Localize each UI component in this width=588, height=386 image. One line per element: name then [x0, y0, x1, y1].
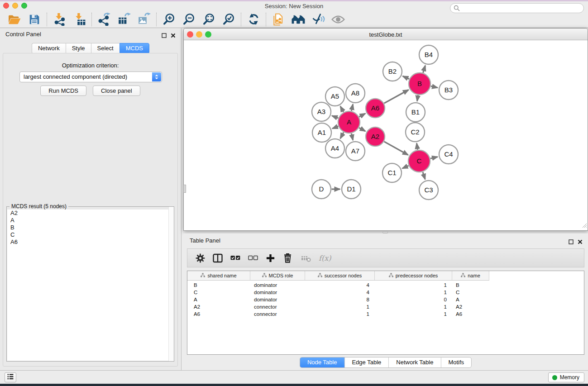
result-list-item[interactable]: A	[7, 217, 173, 224]
tab-node-table[interactable]: Node Table	[300, 357, 344, 367]
column-header-name[interactable]: name	[452, 271, 489, 281]
node-C[interactable]: C	[408, 150, 430, 172]
network-window-titlebar[interactable]: testGlobe.txt	[184, 29, 588, 40]
node-D1[interactable]: D1	[342, 180, 361, 199]
delete-table-icon[interactable]	[301, 251, 311, 265]
node-D[interactable]: D	[312, 180, 331, 199]
tab-network[interactable]: Network	[32, 43, 66, 54]
table-cell[interactable]: dominator	[250, 289, 305, 296]
memory-button[interactable]: Memory	[548, 372, 584, 382]
search-input[interactable]	[450, 3, 584, 13]
table-cell[interactable]: A6	[187, 310, 250, 318]
table-cell[interactable]: connector	[250, 310, 305, 318]
table-row[interactable]: A2connector11A2	[187, 303, 584, 310]
node-A2[interactable]: A2	[366, 127, 385, 146]
criterion-dropdown[interactable]: largest connected component (directed)	[19, 71, 162, 82]
node-A[interactable]: A	[338, 111, 360, 133]
refresh-icon[interactable]	[244, 12, 263, 27]
edge-A-A3[interactable]	[332, 116, 338, 118]
duplicate-network-icon[interactable]	[268, 12, 288, 27]
tab-mcds[interactable]: MCDS	[120, 43, 149, 54]
table-cell[interactable]: A2	[187, 303, 250, 310]
table-row[interactable]: Adominator80A	[187, 296, 584, 303]
node-B4[interactable]: B4	[419, 45, 438, 64]
column-header-MCDS-role[interactable]: MCDS role	[250, 271, 305, 281]
mcds-result-list[interactable]: A2ABCA6	[7, 210, 173, 361]
table-cell[interactable]: 1	[305, 310, 375, 318]
add-column-icon[interactable]	[266, 251, 275, 265]
edge-A6-B[interactable]	[384, 90, 409, 104]
table-cell[interactable]: A6	[452, 310, 489, 318]
edge-A-A4[interactable]	[340, 133, 344, 139]
edge-C-C4[interactable]	[430, 157, 438, 159]
table-cell[interactable]: 0	[375, 296, 452, 303]
float-panel-icon[interactable]	[162, 32, 167, 40]
edge-C-C3[interactable]	[423, 172, 425, 179]
table-row[interactable]: Cdominator41C	[187, 289, 584, 296]
table-cell[interactable]: connector	[250, 303, 305, 310]
zoom-selected-icon[interactable]	[219, 12, 239, 27]
table-cell[interactable]: 1	[375, 289, 452, 296]
table-cell[interactable]: C	[187, 289, 250, 296]
zoom-out-icon[interactable]	[179, 12, 199, 27]
tab-edge-table[interactable]: Edge Table	[344, 357, 388, 367]
zoom-in-icon[interactable]	[159, 12, 179, 27]
edge-B-B3[interactable]	[431, 86, 438, 87]
resize-grip-icon[interactable]	[581, 222, 587, 230]
edge-A-A7[interactable]	[351, 133, 353, 140]
table-cell[interactable]: A	[187, 296, 250, 303]
node-A6[interactable]: A6	[366, 99, 385, 118]
network-canvas[interactable]: B4B2BB3B1A5A8A6A3AA1A4A7A2C2CC1C4C3DD1	[184, 40, 588, 230]
node-A5[interactable]: A5	[325, 87, 344, 106]
column-header-successor-nodes[interactable]: successor nodes	[305, 271, 375, 281]
node-B3[interactable]: B3	[439, 81, 458, 100]
edge-A2-C[interactable]	[384, 142, 408, 155]
split-panel-icon[interactable]	[213, 251, 223, 265]
result-list-item[interactable]: C	[7, 231, 173, 238]
table-cell[interactable]: B	[187, 281, 250, 289]
edge-C-C1[interactable]	[402, 166, 409, 168]
tab-select[interactable]: Select	[91, 43, 120, 54]
task-history-button[interactable]	[5, 372, 16, 382]
close-table-panel-icon[interactable]	[578, 238, 583, 246]
edge-A-A6[interactable]	[359, 114, 366, 117]
first-neighbors-icon[interactable]	[288, 12, 308, 27]
export-image-icon[interactable]	[134, 12, 154, 27]
hide-selected-icon[interactable]	[308, 12, 328, 27]
divider-grip[interactable]	[183, 185, 186, 193]
table-cell[interactable]: 4	[305, 281, 375, 289]
edge-C-C2[interactable]	[417, 143, 418, 150]
table-cell[interactable]: dominator	[250, 296, 305, 303]
select-all-icon[interactable]	[230, 251, 240, 265]
save-session-icon[interactable]	[24, 12, 44, 27]
column-header-shared-name[interactable]: shared name	[187, 271, 250, 281]
table-cell[interactable]: 1	[375, 310, 452, 318]
tab-style[interactable]: Style	[66, 43, 91, 54]
node-C4[interactable]: C4	[439, 145, 458, 164]
edge-A-A5[interactable]	[340, 106, 344, 112]
table-cell[interactable]: 1	[375, 281, 452, 289]
open-file-icon[interactable]	[5, 12, 24, 27]
table-cell[interactable]: B	[452, 281, 489, 289]
node-A3[interactable]: A3	[312, 102, 331, 121]
table-row[interactable]: A6connector11A6	[187, 310, 584, 318]
unselect-all-icon[interactable]	[248, 251, 258, 265]
table-row[interactable]: Bdominator41B	[187, 281, 584, 289]
export-network-icon[interactable]	[94, 12, 114, 27]
node-C1[interactable]: C1	[382, 163, 402, 182]
import-network-icon[interactable]	[49, 12, 69, 27]
node-C3[interactable]: C3	[419, 181, 438, 200]
delete-column-icon[interactable]	[283, 251, 293, 265]
network-graph[interactable]: B4B2BB3B1A5A8A6A3AA1A4A7A2C2CC1C4C3DD1	[184, 40, 588, 230]
node-B[interactable]: B	[409, 73, 430, 95]
edge-B-B1[interactable]	[417, 95, 418, 101]
result-list-item[interactable]: A2	[7, 210, 173, 217]
table-cell[interactable]: dominator	[250, 281, 305, 289]
result-scrollbar[interactable]	[168, 207, 174, 361]
node-B1[interactable]: B1	[406, 103, 425, 122]
zoom-fit-icon[interactable]	[199, 12, 219, 27]
node-A7[interactable]: A7	[346, 142, 365, 161]
node-A1[interactable]: A1	[312, 123, 331, 142]
close-panel-icon[interactable]	[171, 32, 176, 40]
table-cell[interactable]: 1	[375, 303, 452, 310]
